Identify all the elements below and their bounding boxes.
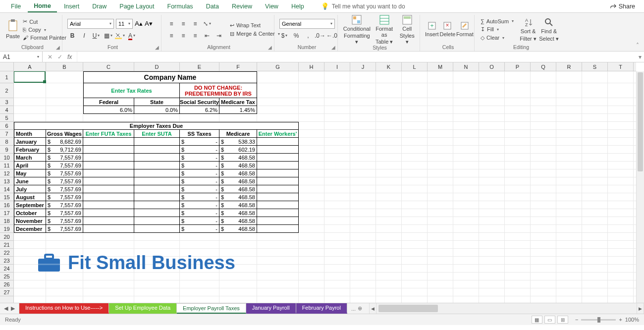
row-header[interactable]: 17 <box>0 209 13 217</box>
gross-wages-cell[interactable]: $7,557.69 <box>46 225 83 233</box>
row-header[interactable]: 25 <box>0 273 13 280</box>
column-header[interactable]: R <box>556 62 582 71</box>
clear-button[interactable]: ◇Clear▾ <box>480 34 515 42</box>
do-not-change-cell[interactable]: DO NOT CHANGE:PREDETERMINED BY IRS <box>180 83 257 98</box>
wrap-text-button[interactable]: ↩ Wrap Text <box>229 22 281 29</box>
delete-cells-button[interactable]: × Delete <box>440 21 456 37</box>
company-name-cell[interactable]: Company Name <box>83 71 257 83</box>
workers-cell[interactable] <box>257 185 299 193</box>
month-cell[interactable]: April <box>14 162 46 169</box>
horizontal-scrollbar[interactable]: ◀ ▶ <box>369 303 644 314</box>
table-header[interactable]: Enter FUTA Taxes <box>83 130 134 138</box>
increase-decimal-button[interactable]: .0→ <box>315 31 325 41</box>
sheet-tab[interactable]: Set Up Employee Data <box>109 303 177 314</box>
column-header[interactable]: L <box>402 62 428 71</box>
expand-formula-bar-button[interactable]: ▾ <box>636 52 644 62</box>
futa-cell[interactable] <box>83 154 134 162</box>
medicare-cell[interactable]: $468.58 <box>219 209 257 217</box>
tell-me-search[interactable]: 💡 Tell me what you want to do <box>321 2 405 10</box>
tab-help[interactable]: Help <box>285 1 310 12</box>
column-header[interactable]: B <box>46 62 83 71</box>
ss-taxes-cell[interactable]: $- <box>180 138 219 146</box>
row-header[interactable]: 3 <box>0 98 13 106</box>
sheet-tab[interactable]: February Payrol <box>296 303 347 314</box>
medicare-cell[interactable]: $468.58 <box>219 193 257 201</box>
ss-taxes-cell[interactable]: $- <box>180 201 219 209</box>
zoom-in-button[interactable]: + <box>619 317 622 323</box>
row-header[interactable]: 27 <box>0 288 13 296</box>
tab-draw[interactable]: Draw <box>86 1 112 12</box>
futa-cell[interactable] <box>83 138 134 146</box>
cancel-formula-button[interactable]: ✕ <box>48 54 53 60</box>
futa-cell[interactable] <box>83 146 134 154</box>
align-center-button[interactable]: ≡ <box>178 31 188 41</box>
row-header[interactable]: 8 <box>0 138 13 146</box>
paste-button[interactable]: Paste <box>6 19 20 39</box>
column-header[interactable]: T <box>608 62 634 71</box>
column-header[interactable]: E <box>180 62 219 71</box>
suta-cell[interactable] <box>134 154 180 162</box>
orientation-button[interactable]: ⤡▾ <box>202 19 212 29</box>
hscroll-left[interactable]: ◀ <box>370 303 376 314</box>
ss-taxes-cell[interactable]: $- <box>180 154 219 162</box>
medicare-cell[interactable]: $602.19 <box>219 146 257 154</box>
table-header[interactable]: Gross Wages <box>46 130 83 138</box>
formula-input[interactable] <box>77 52 636 62</box>
font-family-combo[interactable]: Arial▾ <box>67 19 114 29</box>
enter-formula-button[interactable]: ✓ <box>57 54 62 60</box>
column-headers[interactable]: ABCDEFGHIJKLMNOPQRST <box>14 62 636 71</box>
medicare-cell[interactable]: $468.58 <box>219 225 257 233</box>
new-sheet-button[interactable]: ⊕ <box>358 305 362 312</box>
sheet-nav-next[interactable]: ▶ <box>11 305 15 312</box>
italic-button[interactable]: I <box>79 31 89 41</box>
sheet-tab[interactable]: January Payroll <box>246 303 296 314</box>
futa-cell[interactable] <box>83 201 134 209</box>
row-header[interactable]: 24 <box>0 265 13 273</box>
hscroll-right[interactable]: ▶ <box>637 303 644 314</box>
rate-header[interactable]: Social Security <box>180 98 219 106</box>
column-header[interactable]: I <box>324 62 350 71</box>
workers-cell[interactable] <box>257 217 299 225</box>
suta-cell[interactable] <box>134 225 180 233</box>
sheet-nav-prev[interactable]: ◀ <box>4 305 8 312</box>
format-as-table-button[interactable]: Format as Table ▾ <box>373 15 396 45</box>
dialog-launcher-icon[interactable]: ◢ <box>268 45 272 50</box>
zoom-out-button[interactable]: − <box>575 317 578 323</box>
percent-format-button[interactable]: % <box>291 31 301 41</box>
month-cell[interactable]: August <box>14 193 46 201</box>
increase-indent-button[interactable]: ⇥ <box>214 31 224 41</box>
row-header[interactable]: 20 <box>0 233 13 241</box>
futa-cell[interactable] <box>83 209 134 217</box>
suta-cell[interactable] <box>134 162 180 169</box>
month-cell[interactable]: November <box>14 217 46 225</box>
rate-value[interactable]: 0.0% <box>134 106 180 114</box>
increase-font-button[interactable]: A▴ <box>135 20 143 27</box>
column-header[interactable]: H <box>299 62 324 71</box>
align-bottom-button[interactable]: ≡ <box>190 19 200 29</box>
tab-page-layout[interactable]: Page Layout <box>113 1 160 12</box>
tab-view[interactable]: View <box>259 1 284 12</box>
insert-function-button[interactable]: fx <box>67 54 72 60</box>
futa-cell[interactable] <box>83 193 134 201</box>
autosum-button[interactable]: ∑AutoSum▾ <box>480 18 515 25</box>
row-header[interactable]: 1 <box>0 71 13 83</box>
decrease-indent-button[interactable]: ⇤ <box>202 31 212 41</box>
workers-cell[interactable] <box>257 201 299 209</box>
table-header[interactable]: Enter SUTA <box>134 130 180 138</box>
ss-taxes-cell[interactable]: $- <box>180 225 219 233</box>
futa-cell[interactable] <box>83 185 134 193</box>
dialog-launcher-icon[interactable]: ◢ <box>56 45 60 50</box>
medicare-cell[interactable]: $468.58 <box>219 154 257 162</box>
month-cell[interactable]: July <box>14 185 46 193</box>
gross-wages-cell[interactable]: $7,557.69 <box>46 154 83 162</box>
cell-styles-button[interactable]: Cell Styles ▾ <box>398 15 417 45</box>
ss-taxes-cell[interactable]: $- <box>180 217 219 225</box>
tab-insert[interactable]: Insert <box>58 1 85 12</box>
select-all-corner[interactable] <box>0 62 14 71</box>
month-cell[interactable]: October <box>14 209 46 217</box>
format-painter-button[interactable]: 🖌 Format Painter <box>22 34 67 41</box>
collapse-ribbon-button[interactable]: ˄ <box>636 42 639 49</box>
bold-button[interactable]: B <box>67 31 77 41</box>
month-cell[interactable]: December <box>14 225 46 233</box>
workers-cell[interactable] <box>257 162 299 169</box>
